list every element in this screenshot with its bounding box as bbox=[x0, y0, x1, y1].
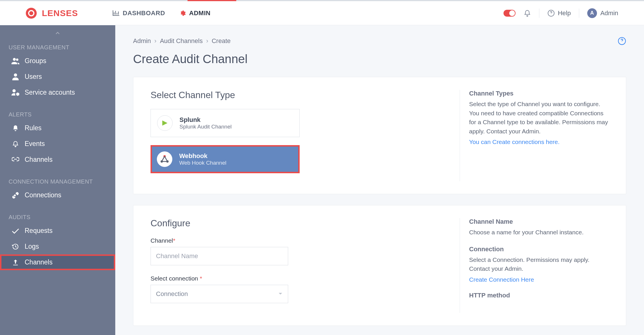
bell-solid-icon bbox=[11, 125, 19, 132]
brand[interactable]: LENSES bbox=[26, 8, 78, 19]
channel-type-splunk[interactable]: Splunk Splunk Audit Channel bbox=[151, 109, 300, 137]
sidebar-item-label: Requests bbox=[25, 227, 52, 235]
help-link[interactable]: Help bbox=[547, 9, 571, 17]
sidebar-item-requests[interactable]: Requests bbox=[0, 223, 115, 239]
help-title: Channel Types bbox=[469, 90, 609, 97]
brand-logo-icon bbox=[26, 8, 37, 19]
sidebar-item-rules[interactable]: Rules bbox=[0, 120, 115, 136]
theme-toggle[interactable] bbox=[504, 10, 516, 17]
select-type-card: Select Channel Type Splunk Splunk Audit … bbox=[133, 77, 626, 194]
connection-label: Select connection * bbox=[151, 275, 460, 282]
divider bbox=[539, 9, 539, 18]
top-bar: LENSES DASHBOARD ADMIN Help A Admin bbox=[0, 0, 644, 25]
select-placeholder: Connection bbox=[156, 290, 188, 298]
avatar: A bbox=[587, 8, 597, 18]
sidebar-item-connections[interactable]: Connections bbox=[0, 187, 115, 203]
type-title: Splunk bbox=[179, 116, 232, 124]
nav-admin-label: ADMIN bbox=[189, 9, 211, 17]
chevron-down-icon bbox=[278, 292, 283, 296]
gear-icon bbox=[179, 10, 186, 16]
create-connections-link[interactable]: You can Create connections here. bbox=[469, 139, 560, 145]
history-icon bbox=[11, 243, 19, 250]
user-name: Admin bbox=[600, 9, 618, 17]
page-title: Create Audit Channel bbox=[133, 52, 626, 66]
sidebar-item-alert-channels[interactable]: Channels bbox=[0, 152, 115, 168]
plug-icon bbox=[11, 192, 19, 199]
help-icon bbox=[547, 9, 555, 17]
connection-select[interactable]: Connection bbox=[151, 285, 288, 303]
sidebar-item-logs[interactable]: Logs bbox=[0, 239, 115, 254]
sidebar-item-events[interactable]: Events bbox=[0, 136, 115, 152]
sidebar-item-users[interactable]: Users bbox=[0, 69, 115, 85]
channel-type-webhook[interactable]: Webhook Web Hook Channel bbox=[151, 145, 300, 173]
section-alerts: ALERTS bbox=[0, 108, 115, 120]
sidebar: USER MANAGEMENT Groups Users Service acc… bbox=[0, 25, 115, 335]
section-connection-management: CONNECTION MANAGEMENT bbox=[0, 176, 115, 187]
users-icon bbox=[11, 58, 19, 64]
type-subtitle: Web Hook Channel bbox=[179, 160, 226, 166]
check-icon bbox=[11, 228, 19, 234]
bell-icon bbox=[11, 141, 19, 147]
breadcrumbs: Admin › Audit Channels › Create bbox=[133, 37, 626, 45]
sidebar-collapse-up[interactable] bbox=[0, 25, 115, 41]
create-connection-link[interactable]: Create Connection Here bbox=[469, 276, 534, 283]
help-title: HTTP method bbox=[469, 292, 609, 299]
nav-admin[interactable]: ADMIN bbox=[179, 9, 211, 17]
breadcrumb-create: Create bbox=[212, 37, 231, 45]
section-user-management: USER MANAGEMENT bbox=[0, 41, 115, 53]
user-icon bbox=[11, 73, 19, 80]
help-body: Choose a name for your Channel instance. bbox=[469, 228, 609, 237]
configure-heading: Configure bbox=[151, 218, 460, 229]
top-nav: DASHBOARD ADMIN bbox=[112, 9, 210, 17]
chevron-right-icon: › bbox=[206, 37, 208, 45]
breadcrumb-audit-channels[interactable]: Audit Channels bbox=[160, 37, 203, 45]
type-subtitle: Splunk Audit Channel bbox=[179, 124, 232, 130]
sidebar-item-audit-channels[interactable]: Channels bbox=[0, 254, 115, 270]
sidebar-item-label: Connections bbox=[25, 191, 61, 199]
webhook-icon bbox=[157, 151, 172, 167]
breadcrumb-admin[interactable]: Admin bbox=[133, 37, 151, 45]
help-body: Select a Connection. Permissions may app… bbox=[469, 255, 609, 273]
sidebar-item-service-accounts[interactable]: Service accounts bbox=[0, 85, 115, 100]
sidebar-item-label: Groups bbox=[25, 57, 46, 65]
brand-name: LENSES bbox=[42, 8, 78, 18]
type-title: Webhook bbox=[179, 152, 226, 160]
sidebar-item-label: Rules bbox=[25, 124, 42, 132]
nav-dashboard-label: DASHBOARD bbox=[123, 9, 165, 17]
user-cog-icon bbox=[11, 89, 19, 96]
sidebar-item-label: Channels bbox=[25, 258, 52, 266]
help-title: Channel Name bbox=[469, 218, 609, 225]
help-text: Help bbox=[558, 9, 571, 17]
bar-chart-icon bbox=[112, 10, 119, 16]
section-audits: AUDITS bbox=[0, 211, 115, 223]
help-title: Connection bbox=[469, 246, 609, 253]
divider bbox=[579, 9, 579, 18]
notifications-icon[interactable] bbox=[524, 9, 531, 17]
user-menu[interactable]: A Admin bbox=[587, 8, 618, 18]
page-help-icon[interactable] bbox=[618, 37, 626, 45]
sidebar-item-label: Service accounts bbox=[25, 89, 75, 96]
sidebar-item-label: Channels bbox=[25, 156, 52, 163]
sidebar-item-label: Events bbox=[25, 140, 45, 148]
channel-name-input[interactable] bbox=[151, 247, 288, 265]
sidebar-item-label: Logs bbox=[25, 243, 39, 250]
sidebar-item-label: Users bbox=[25, 73, 42, 81]
channel-label: Channel* bbox=[151, 237, 460, 244]
chevron-right-icon: › bbox=[154, 37, 156, 45]
topbar-right: Help A Admin bbox=[504, 8, 618, 18]
select-type-heading: Select Channel Type bbox=[151, 90, 460, 100]
splunk-icon bbox=[157, 115, 173, 131]
sidebar-item-groups[interactable]: Groups bbox=[0, 53, 115, 69]
help-body: Select the type of Channel you want to c… bbox=[469, 100, 609, 136]
configure-card: Configure Channel* Select connection * C… bbox=[133, 205, 626, 326]
link-icon bbox=[11, 157, 19, 163]
upload-icon bbox=[11, 259, 19, 266]
main-content: Admin › Audit Channels › Create Create A… bbox=[115, 25, 644, 335]
nav-dashboard[interactable]: DASHBOARD bbox=[112, 9, 165, 17]
